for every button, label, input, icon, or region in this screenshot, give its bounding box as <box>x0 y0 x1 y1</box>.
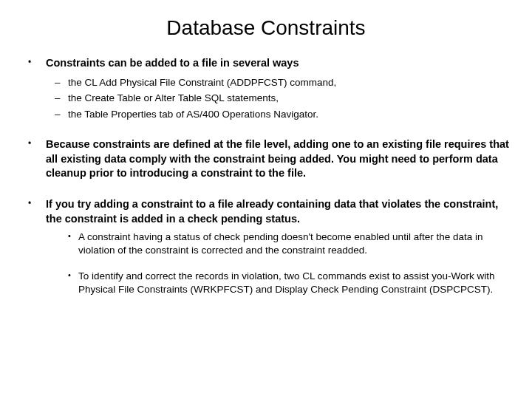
bullet-text: If you try adding a constraint to a file… <box>46 198 498 225</box>
sub-list: A constraint having a status of check pe… <box>46 231 511 296</box>
page-title: Database Constraints <box>21 16 511 40</box>
sub-list: the CL Add Physical File Constraint (ADD… <box>46 75 511 122</box>
bullet-list: Constraints can be added to a file in se… <box>21 56 511 296</box>
list-item: Constraints can be added to a file in se… <box>21 56 511 121</box>
sub-item: the CL Add Physical File Constraint (ADD… <box>46 75 511 90</box>
bullet-text: Constraints can be added to a file in se… <box>46 57 299 69</box>
list-item: Because constraints are defined at the f… <box>21 137 511 181</box>
sub-item: A constraint having a status of check pe… <box>46 231 511 257</box>
sub-item: the Create Table or Alter Table SQL stat… <box>46 91 511 106</box>
sub-item: To identify and correct the records in v… <box>46 270 511 296</box>
bullet-text: Because constraints are defined at the f… <box>46 138 509 179</box>
sub-item: the Table Properties tab of AS/400 Opera… <box>46 107 511 122</box>
list-item: If you try adding a constraint to a file… <box>21 197 511 296</box>
